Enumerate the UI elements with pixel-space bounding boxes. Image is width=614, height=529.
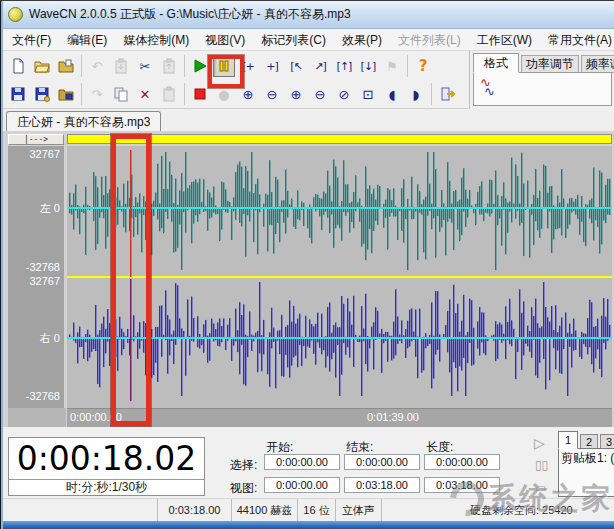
redo-icon: ↷ bbox=[92, 88, 103, 101]
view-start-field[interactable]: 0:00:00.00 bbox=[264, 477, 340, 493]
redo-button[interactable]: ↷ bbox=[86, 83, 108, 105]
toolbar-separator bbox=[407, 55, 408, 77]
exit-button[interactable] bbox=[436, 83, 458, 105]
copy-button[interactable] bbox=[110, 83, 132, 105]
marker-flag-button[interactable]: ⚑ bbox=[381, 55, 403, 77]
import-file-button[interactable] bbox=[55, 55, 77, 77]
title-bar: WaveCN 2.0.0.5 正式版 - G:\Music\庄心妍 - 真的不容… bbox=[0, 1, 614, 29]
status-bar: 0:03:18.00 44100 赫兹 16 位 立体声 硬盘剩余空间: 254… bbox=[0, 498, 614, 521]
help-button[interactable]: ? bbox=[412, 55, 434, 77]
ruler-mid-label: 0:01:39.00 bbox=[367, 411, 419, 423]
tab-frequency-adjust[interactable]: 频率调节 bbox=[581, 55, 614, 73]
save-all-icon bbox=[58, 86, 74, 102]
selection-start-field[interactable]: 0:00:00.00 bbox=[264, 454, 340, 470]
toolbar-separator bbox=[184, 83, 185, 105]
clipboard-tab-3[interactable]: 3 bbox=[600, 434, 614, 449]
select-view-start-icon: [↖ bbox=[290, 61, 302, 72]
save-icon bbox=[10, 86, 26, 102]
current-time-display: 0:00:18.02 时:分:秒:1/30秒 bbox=[8, 437, 205, 496]
window-title: WaveCN 2.0.0.5 正式版 - G:\Music\庄心妍 - 真的不容… bbox=[29, 6, 351, 23]
paste-special-button[interactable] bbox=[158, 83, 180, 105]
menu-common-files[interactable]: 常用文件(A) bbox=[540, 29, 614, 51]
status-total-length: 0:03:18.00 bbox=[158, 499, 232, 521]
select-to-end-button[interactable]: +] bbox=[261, 55, 283, 77]
select-none-icon: [↓] bbox=[361, 61, 376, 72]
menu-view[interactable]: 视图(V) bbox=[197, 29, 253, 51]
view-length-field[interactable]: 0:03:18.00 bbox=[424, 477, 500, 493]
new-file-button[interactable] bbox=[7, 55, 29, 77]
paste-insert-icon bbox=[113, 58, 129, 74]
play-icon bbox=[192, 58, 208, 74]
zoom-right-button[interactable]: ◗ bbox=[405, 83, 427, 105]
menu-media-control[interactable]: 媒体控制(M) bbox=[115, 29, 197, 51]
zoom-reset-icon: ⊘ bbox=[339, 88, 350, 101]
selection-row-label: 选择: bbox=[230, 457, 257, 474]
delete-icon: ✕ bbox=[140, 88, 151, 101]
select-none-button[interactable]: [↓] bbox=[357, 55, 379, 77]
amplitude-scale: 32767 左 0 -32768 32767 右 0 -32768 bbox=[8, 146, 64, 408]
status-channels: 立体声 bbox=[336, 499, 382, 521]
zoom-left-button[interactable]: ◖ bbox=[381, 83, 403, 105]
marker-flag-icon: ⚑ bbox=[386, 60, 398, 73]
status-disk-space: 硬盘剩余空间: 25420 bbox=[382, 499, 614, 521]
undo-button[interactable]: ↶ bbox=[86, 55, 108, 77]
ruler-mode-button[interactable]: |---> bbox=[8, 134, 64, 145]
save-as-button[interactable] bbox=[31, 83, 53, 105]
current-time-value: 0:00:18.02 bbox=[9, 438, 204, 479]
tab-power-adjust[interactable]: 功率调节 bbox=[521, 55, 579, 73]
toolbar-separator bbox=[431, 83, 432, 105]
zoom-selection-button[interactable]: ⊡ bbox=[357, 83, 379, 105]
toolbar-separator bbox=[184, 55, 185, 77]
select-view-start-button[interactable]: [↖ bbox=[285, 55, 307, 77]
window-left-border bbox=[0, 1, 3, 529]
mini-stop-button[interactable]: ▭ bbox=[535, 481, 546, 495]
clipboard-tab-1[interactable]: 1 bbox=[558, 431, 578, 449]
selection-end-field[interactable]: 0:00:00.00 bbox=[344, 454, 420, 470]
mini-play-button[interactable]: ▷ bbox=[534, 435, 545, 451]
zoom-reset-button[interactable]: ⊘ bbox=[333, 83, 355, 105]
side-panel-body: ∿ ∿ bbox=[473, 72, 612, 106]
menu-file-list: 文件列表(L) bbox=[390, 29, 469, 51]
new-file-icon bbox=[10, 58, 26, 74]
zoom-selection-icon: ⊡ bbox=[363, 88, 374, 101]
zoom-out-horizontal-icon: ⊖ bbox=[315, 88, 326, 101]
cut-button[interactable]: ✂ bbox=[134, 55, 156, 77]
save-button[interactable] bbox=[7, 83, 29, 105]
select-all-button[interactable]: [↑] bbox=[333, 55, 355, 77]
select-to-end-icon: +] bbox=[266, 61, 278, 72]
clipboard-tab-2[interactable]: 2 bbox=[580, 434, 598, 449]
menu-workspace[interactable]: 工作区(W) bbox=[469, 29, 540, 51]
document-tab-bar: 庄心妍 - 真的不容易.mp3 bbox=[0, 109, 614, 133]
menu-file[interactable]: 文件(F) bbox=[4, 29, 59, 51]
menu-marker-list[interactable]: 标记列表(C) bbox=[253, 29, 334, 51]
open-file-button[interactable] bbox=[31, 55, 53, 77]
ruler-corner bbox=[8, 408, 66, 427]
zoom-left-icon: ◖ bbox=[389, 88, 396, 101]
undo-icon: ↶ bbox=[92, 60, 103, 73]
stop-icon bbox=[192, 86, 208, 102]
document-tab[interactable]: 庄心妍 - 真的不容易.mp3 bbox=[6, 111, 161, 133]
zoom-out-horizontal-button[interactable]: ⊖ bbox=[309, 83, 331, 105]
format-convert-button[interactable]: ∿ ∿ bbox=[480, 76, 500, 98]
app-icon bbox=[8, 7, 23, 22]
zoom-in-vertical-icon: ⊕ bbox=[243, 88, 254, 101]
status-bit-depth: 16 位 bbox=[298, 499, 336, 521]
paste-mix-button[interactable] bbox=[158, 55, 180, 77]
help-icon: ? bbox=[419, 59, 428, 74]
window-bottom-border bbox=[0, 521, 614, 529]
clipboard-panel: 剪贴板1: (空 bbox=[558, 448, 614, 497]
zoom-out-vertical-button[interactable]: ⊖ bbox=[261, 83, 283, 105]
scale-left-zero: 左 0 bbox=[40, 201, 60, 216]
zoom-in-horizontal-button[interactable]: ⊕ bbox=[285, 83, 307, 105]
mini-pause-button[interactable]: ▯▯ bbox=[535, 458, 548, 472]
select-view-end-button[interactable]: ↗] bbox=[309, 55, 331, 77]
menu-effects[interactable]: 效果(P) bbox=[334, 29, 390, 51]
menu-edit[interactable]: 编辑(E) bbox=[59, 29, 115, 51]
tab-format[interactable]: 格式 bbox=[473, 53, 519, 73]
view-end-field[interactable]: 0:03:18.00 bbox=[344, 477, 420, 493]
paste-insert-button[interactable] bbox=[110, 55, 132, 77]
delete-button[interactable]: ✕ bbox=[134, 83, 156, 105]
save-all-button[interactable] bbox=[55, 83, 77, 105]
selection-length-field[interactable]: 0:00:00.00 bbox=[424, 454, 500, 470]
import-folder-icon bbox=[58, 58, 74, 74]
